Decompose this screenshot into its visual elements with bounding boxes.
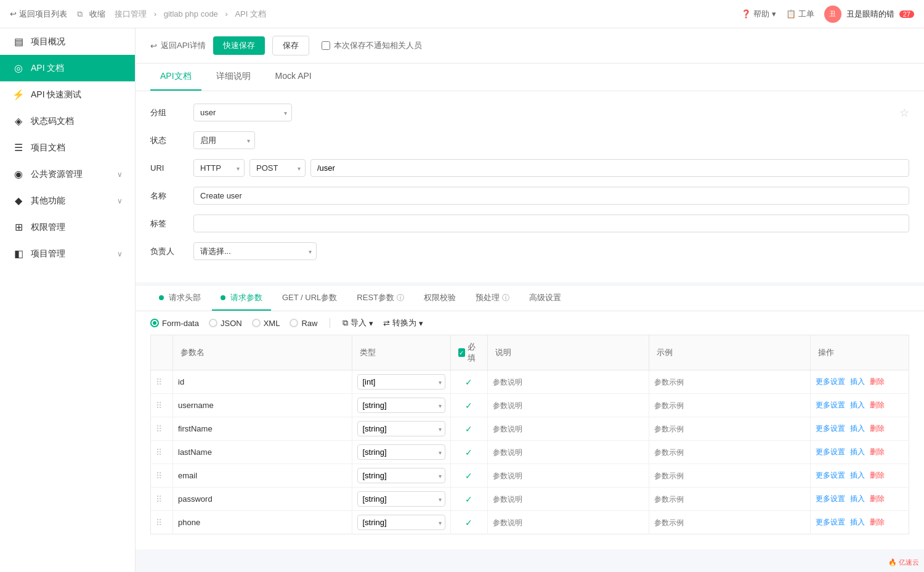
type-select[interactable]: [string] [string] [int] [float] [boolean… bbox=[357, 421, 445, 436]
type-select[interactable]: [string] [string] [int] [float] [boolean… bbox=[357, 398, 445, 413]
drag-handle-icon[interactable]: ⠿ bbox=[156, 518, 162, 528]
breadcrumb-item-1[interactable]: 接口管理 bbox=[115, 9, 147, 18]
sidebar-item-project-doc[interactable]: ☰ 项目文档 bbox=[0, 134, 135, 161]
insert-link[interactable]: 插入 bbox=[850, 400, 865, 411]
more-settings-link[interactable]: 更多设置 bbox=[816, 400, 845, 411]
breadcrumb-item-2[interactable]: gitlab php code bbox=[164, 9, 218, 18]
notify-checkbox[interactable]: 本次保存不通知相关人员 bbox=[322, 40, 422, 51]
desc-input[interactable] bbox=[493, 425, 644, 433]
type-select[interactable]: [int] [string] [int] [float] [boolean] [… bbox=[357, 374, 445, 390]
delete-link[interactable]: 删除 bbox=[870, 400, 885, 411]
tab-api-doc[interactable]: API文档 bbox=[150, 63, 201, 91]
desc-input[interactable] bbox=[493, 518, 644, 527]
type-select[interactable]: [string] [string] [int] [float] [boolean… bbox=[357, 515, 445, 530]
format-raw[interactable]: Raw bbox=[290, 319, 317, 328]
more-settings-link[interactable]: 更多设置 bbox=[816, 423, 845, 434]
param-name-input[interactable] bbox=[178, 471, 347, 480]
convert-button[interactable]: ⇄ 转换为 ▾ bbox=[383, 317, 423, 329]
type-select[interactable]: [string] [string] [int] [float] [boolean… bbox=[357, 468, 445, 483]
sidebar-item-public-resource[interactable]: ◉ 公共资源管理 ∨ bbox=[0, 161, 135, 187]
sub-tab-get-url[interactable]: GET / URL参数 bbox=[274, 286, 346, 311]
desc-input[interactable] bbox=[493, 401, 644, 410]
star-icon[interactable]: ☆ bbox=[899, 106, 909, 120]
insert-link[interactable]: 插入 bbox=[850, 377, 865, 387]
save-button[interactable]: 保存 bbox=[272, 36, 309, 55]
example-input[interactable] bbox=[654, 425, 805, 433]
drag-handle-icon[interactable]: ⠿ bbox=[156, 447, 162, 457]
more-settings-link[interactable]: 更多设置 bbox=[816, 377, 845, 387]
param-name-input[interactable] bbox=[178, 518, 347, 527]
more-settings-link[interactable]: 更多设置 bbox=[816, 517, 845, 528]
more-settings-link[interactable]: 更多设置 bbox=[816, 470, 845, 481]
desc-input[interactable] bbox=[493, 495, 644, 504]
insert-link[interactable]: 插入 bbox=[850, 470, 865, 481]
help-button[interactable]: ❓ 帮助 ▾ bbox=[741, 9, 776, 20]
param-name-input[interactable] bbox=[178, 447, 347, 457]
group-select[interactable]: user bbox=[193, 104, 292, 121]
api-name-input[interactable]: Create user bbox=[193, 187, 909, 205]
tab-detail[interactable]: 详细说明 bbox=[206, 63, 261, 91]
format-xml[interactable]: XML bbox=[252, 319, 280, 328]
sidebar-item-status-code[interactable]: ◈ 状态码文档 bbox=[0, 108, 135, 134]
example-input[interactable] bbox=[654, 401, 805, 410]
param-name-input[interactable] bbox=[178, 424, 347, 433]
back-api-detail-button[interactable]: ↩ 返回API详情 bbox=[150, 40, 206, 51]
tab-mock-api[interactable]: Mock API bbox=[265, 63, 322, 91]
delete-link[interactable]: 删除 bbox=[870, 494, 885, 504]
drag-handle-icon[interactable]: ⠿ bbox=[156, 471, 162, 481]
delete-link[interactable]: 删除 bbox=[870, 423, 885, 434]
sub-tab-advanced[interactable]: 高级设置 bbox=[521, 286, 570, 311]
sub-tab-permission[interactable]: 权限校验 bbox=[415, 286, 464, 311]
drag-handle-icon[interactable]: ⠿ bbox=[156, 401, 162, 411]
delete-link[interactable]: 删除 bbox=[870, 377, 885, 387]
more-settings-link[interactable]: 更多设置 bbox=[816, 447, 845, 457]
back-to-projects-button[interactable]: ↩ 返回项目列表 bbox=[10, 9, 67, 20]
example-input[interactable] bbox=[654, 472, 805, 480]
protocol-select[interactable]: HTTP HTTPS bbox=[193, 159, 245, 177]
insert-link[interactable]: 插入 bbox=[850, 517, 865, 528]
status-select[interactable]: 启用 禁用 bbox=[193, 131, 255, 149]
param-name-input[interactable] bbox=[178, 494, 347, 504]
example-input[interactable] bbox=[654, 448, 805, 457]
sub-tab-preprocess[interactable]: 预处理 ⓘ bbox=[467, 286, 518, 311]
delete-link[interactable]: 删除 bbox=[870, 517, 885, 528]
sidebar-item-api-doc[interactable]: ◎ API 文档 bbox=[0, 55, 135, 81]
breadcrumb-item-3[interactable]: API 文档 bbox=[235, 9, 266, 18]
sidebar-item-permission[interactable]: ⊞ 权限管理 bbox=[0, 214, 135, 240]
delete-link[interactable]: 删除 bbox=[870, 470, 885, 481]
example-input[interactable] bbox=[654, 518, 805, 527]
param-name-input[interactable] bbox=[178, 377, 347, 386]
workorder-button[interactable]: 📋 工单 bbox=[786, 9, 814, 20]
import-button[interactable]: ⧉ 导入 ▾ bbox=[342, 317, 373, 329]
sidebar-item-overview[interactable]: ▤ 项目概况 bbox=[0, 28, 135, 55]
uri-input[interactable]: /user bbox=[310, 159, 909, 177]
sub-tab-rest[interactable]: REST参数 ⓘ bbox=[348, 286, 413, 311]
format-json[interactable]: JSON bbox=[209, 319, 242, 328]
sub-tab-req-params[interactable]: 请求参数 bbox=[212, 286, 271, 311]
sidebar-item-other-func[interactable]: ◆ 其他功能 ∨ bbox=[0, 187, 135, 214]
sidebar-item-project-mgmt[interactable]: ◧ 项目管理 ∨ bbox=[0, 240, 135, 267]
method-select[interactable]: POST GET PUT DELETE bbox=[249, 159, 306, 177]
desc-input[interactable] bbox=[493, 378, 644, 386]
param-name-input[interactable] bbox=[178, 401, 347, 410]
owner-select[interactable]: 请选择... bbox=[193, 242, 317, 260]
quick-save-button[interactable]: 快速保存 bbox=[213, 36, 265, 55]
notify-checkbox-input[interactable] bbox=[322, 41, 330, 50]
drag-handle-icon[interactable]: ⠿ bbox=[156, 377, 162, 387]
type-select[interactable]: [string] [string] [int] [float] [boolean… bbox=[357, 444, 445, 460]
more-settings-link[interactable]: 更多设置 bbox=[816, 494, 845, 504]
insert-link[interactable]: 插入 bbox=[850, 494, 865, 504]
insert-link[interactable]: 插入 bbox=[850, 423, 865, 434]
sidebar-item-api-test[interactable]: ⚡ API 快速测试 bbox=[0, 81, 135, 108]
desc-input[interactable] bbox=[493, 472, 644, 480]
example-input[interactable] bbox=[654, 495, 805, 504]
desc-input[interactable] bbox=[493, 448, 644, 457]
insert-link[interactable]: 插入 bbox=[850, 447, 865, 457]
sub-tab-req-header[interactable]: 请求头部 bbox=[150, 286, 209, 311]
check-all-icon[interactable]: ✓ bbox=[458, 348, 465, 357]
delete-link[interactable]: 删除 bbox=[870, 447, 885, 457]
tag-input[interactable] bbox=[193, 214, 909, 232]
type-select[interactable]: [string] [string] [int] [float] [boolean… bbox=[357, 491, 445, 507]
example-input[interactable] bbox=[654, 378, 805, 386]
format-form-data[interactable]: Form-data bbox=[150, 319, 199, 328]
